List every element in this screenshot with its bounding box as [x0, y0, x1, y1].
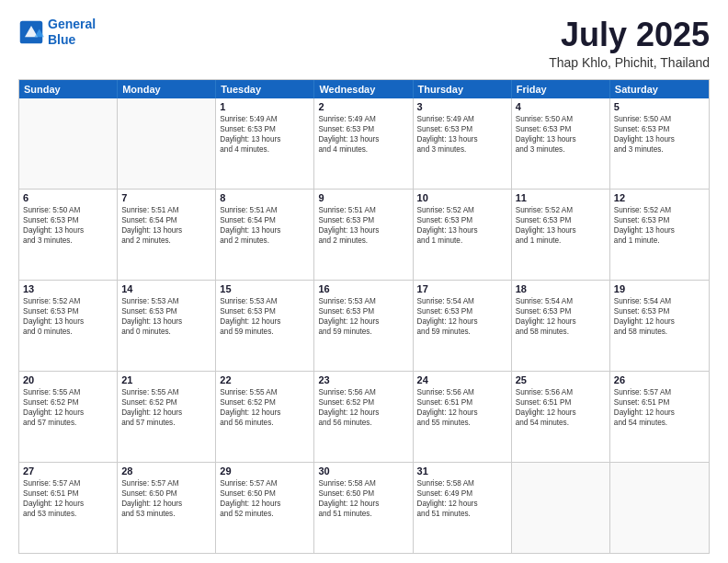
cell-info-line: Sunrise: 5:50 AM [23, 205, 113, 215]
cell-info-line: and 4 minutes. [318, 144, 408, 155]
cell-info-line: Sunset: 6:51 PM [516, 397, 606, 408]
day-number: 26 [614, 374, 705, 385]
cell-info-line: Daylight: 12 hours [220, 408, 310, 418]
logo-line1: General [48, 17, 96, 31]
day-number: 11 [516, 192, 606, 203]
cell-info-line: and 52 minutes. [220, 509, 310, 519]
calendar-row-5: 27Sunrise: 5:57 AMSunset: 6:51 PMDayligh… [19, 462, 709, 553]
empty-cell-0-1 [118, 98, 216, 189]
day-cell-2: 2Sunrise: 5:49 AMSunset: 6:53 PMDaylight… [314, 98, 413, 189]
cell-info-line: Sunrise: 5:53 AM [220, 296, 310, 306]
day-number: 13 [23, 283, 113, 294]
cell-info-line: and 1 minute. [417, 236, 507, 246]
day-cell-10: 10Sunrise: 5:52 AMSunset: 6:53 PMDayligh… [414, 190, 512, 280]
day-cell-14: 14Sunrise: 5:53 AMSunset: 6:53 PMDayligh… [118, 281, 216, 371]
cell-info-line: Sunset: 6:50 PM [220, 488, 310, 499]
cell-info-line: Daylight: 13 hours [318, 134, 408, 144]
day-number: 16 [318, 283, 408, 294]
cell-info-line: Daylight: 12 hours [318, 499, 408, 509]
cell-info-line: Sunrise: 5:53 AM [318, 296, 408, 306]
day-cell-28: 28Sunrise: 5:57 AMSunset: 6:50 PMDayligh… [118, 463, 216, 553]
cell-info-line: Sunrise: 5:57 AM [121, 478, 211, 488]
cell-info-line: Sunset: 6:53 PM [318, 215, 408, 225]
cell-info-line: Sunset: 6:53 PM [220, 306, 310, 316]
cell-info-line: and 57 minutes. [23, 418, 113, 428]
calendar-header: SundayMondayTuesdayWednesdayThursdayFrid… [19, 80, 709, 98]
day-number: 23 [318, 374, 408, 385]
day-cell-17: 17Sunrise: 5:54 AMSunset: 6:53 PMDayligh… [414, 281, 512, 371]
cell-info-line: Sunrise: 5:54 AM [516, 296, 606, 306]
cell-info-line: Daylight: 12 hours [121, 499, 211, 509]
day-cell-22: 22Sunrise: 5:55 AMSunset: 6:52 PMDayligh… [216, 372, 314, 462]
day-cell-7: 7Sunrise: 5:51 AMSunset: 6:54 PMDaylight… [118, 190, 216, 280]
cell-info-line: Sunset: 6:53 PM [23, 306, 113, 316]
day-number: 2 [318, 101, 408, 112]
empty-cell-4-5 [512, 463, 610, 553]
day-header-monday: Monday [118, 80, 216, 98]
calendar-body: 1Sunrise: 5:49 AMSunset: 6:53 PMDaylight… [19, 98, 709, 553]
cell-info-line: and 55 minutes. [417, 418, 507, 428]
day-cell-13: 13Sunrise: 5:52 AMSunset: 6:53 PMDayligh… [19, 281, 118, 371]
day-header-thursday: Thursday [414, 80, 512, 98]
cell-info-line: Daylight: 13 hours [220, 134, 310, 144]
day-cell-27: 27Sunrise: 5:57 AMSunset: 6:51 PMDayligh… [19, 463, 118, 553]
cell-info-line: and 54 minutes. [516, 418, 606, 428]
day-cell-1: 1Sunrise: 5:49 AMSunset: 6:53 PMDaylight… [216, 98, 314, 189]
day-number: 30 [318, 465, 408, 477]
day-header-wednesday: Wednesday [314, 80, 413, 98]
day-cell-12: 12Sunrise: 5:52 AMSunset: 6:53 PMDayligh… [610, 190, 709, 280]
cell-info-line: Daylight: 12 hours [516, 408, 606, 418]
calendar-row-4: 20Sunrise: 5:55 AMSunset: 6:52 PMDayligh… [19, 371, 709, 462]
logo-text: General Blue [48, 17, 96, 48]
cell-info-line: Sunrise: 5:51 AM [220, 205, 310, 215]
day-number: 27 [23, 465, 113, 477]
cell-info-line: and 2 minutes. [318, 236, 408, 246]
cell-info-line: Sunrise: 5:56 AM [516, 387, 606, 397]
location: Thap Khlo, Phichit, Thailand [549, 55, 710, 70]
cell-info-line: and 4 minutes. [220, 144, 310, 155]
cell-info-line: Sunrise: 5:56 AM [417, 387, 507, 397]
cell-info-line: Sunset: 6:54 PM [121, 215, 211, 225]
cell-info-line: Sunset: 6:53 PM [318, 124, 408, 134]
day-cell-16: 16Sunrise: 5:53 AMSunset: 6:53 PMDayligh… [314, 281, 413, 371]
day-number: 4 [516, 101, 606, 112]
cell-info-line: Sunrise: 5:52 AM [516, 205, 606, 215]
cell-info-line: Daylight: 12 hours [417, 499, 507, 509]
cell-info-line: Daylight: 13 hours [516, 134, 606, 144]
logo-icon [18, 19, 44, 45]
cell-info-line: Daylight: 12 hours [23, 499, 113, 509]
day-number: 7 [121, 192, 211, 203]
day-cell-21: 21Sunrise: 5:55 AMSunset: 6:52 PMDayligh… [118, 372, 216, 462]
day-cell-5: 5Sunrise: 5:50 AMSunset: 6:53 PMDaylight… [610, 98, 709, 189]
cell-info-line: Sunrise: 5:57 AM [23, 478, 113, 488]
cell-info-line: Sunset: 6:52 PM [121, 397, 211, 408]
cell-info-line: and 53 minutes. [121, 509, 211, 519]
cell-info-line: and 0 minutes. [23, 327, 113, 337]
cell-info-line: and 51 minutes. [417, 509, 507, 519]
empty-cell-4-6 [610, 463, 709, 553]
cell-info-line: and 57 minutes. [121, 418, 211, 428]
day-number: 5 [614, 101, 705, 112]
cell-info-line: Sunrise: 5:54 AM [614, 296, 705, 306]
day-number: 29 [220, 465, 310, 477]
cell-info-line: Sunrise: 5:51 AM [318, 205, 408, 215]
cell-info-line: Daylight: 12 hours [614, 408, 705, 418]
cell-info-line: Sunset: 6:54 PM [220, 215, 310, 225]
cell-info-line: Sunrise: 5:58 AM [417, 478, 507, 488]
empty-cell-0-0 [19, 98, 118, 189]
cell-info-line: Sunrise: 5:52 AM [417, 205, 507, 215]
cell-info-line: Daylight: 13 hours [417, 134, 507, 144]
day-number: 18 [516, 283, 606, 294]
cell-info-line: and 58 minutes. [614, 327, 705, 337]
cell-info-line: Sunrise: 5:49 AM [417, 114, 507, 124]
day-number: 14 [121, 283, 211, 294]
cell-info-line: and 53 minutes. [23, 509, 113, 519]
day-number: 10 [417, 192, 507, 203]
month-title: July 2025 [549, 17, 710, 53]
logo: General Blue [18, 17, 96, 48]
day-header-friday: Friday [512, 80, 610, 98]
page: General Blue July 2025 Thap Khlo, Phichi… [0, 0, 728, 563]
day-cell-23: 23Sunrise: 5:56 AMSunset: 6:52 PMDayligh… [314, 372, 413, 462]
cell-info-line: Daylight: 12 hours [220, 316, 310, 327]
day-number: 15 [220, 283, 310, 294]
